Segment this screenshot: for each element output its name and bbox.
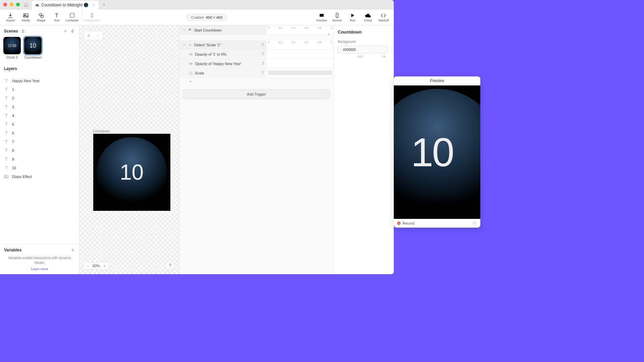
color-swatch[interactable]: [338, 46, 338, 53]
import-button[interactable]: Import: [3, 10, 18, 25]
layer-row[interactable]: 9: [0, 155, 79, 164]
layer-name: 3: [12, 105, 14, 109]
timeline-bar[interactable]: [268, 70, 332, 75]
record-button[interactable]: Record: [402, 221, 414, 225]
svg-point-8: [5, 176, 6, 177]
tab-active[interactable]: Countdown to Midnight 🌑: [32, 1, 99, 9]
timeline-track[interactable]: 00.20.40.60.81: [267, 25, 333, 35]
hex-input[interactable]: [340, 46, 388, 54]
canvas-area[interactable]: Countdown 10 − 60% + ?: [79, 25, 179, 274]
maximize-window-icon[interactable]: [16, 3, 20, 6]
fill-input[interactable]: [392, 46, 394, 54]
text-type-icon: T: [262, 42, 264, 47]
record-icon: [397, 222, 400, 225]
layer-name: 7: [12, 140, 14, 144]
device-button[interactable]: Device: [329, 10, 345, 25]
handoff-button[interactable]: Handoff: [376, 10, 391, 25]
close-icon[interactable]: [92, 3, 95, 7]
add-variable-icon[interactable]: [70, 248, 75, 252]
scene-thumb-clock2[interactable]: 12:00 Clock 2: [3, 37, 21, 60]
add-scene-icon[interactable]: [63, 29, 68, 34]
preview-button[interactable]: Preview: [314, 10, 329, 25]
window-controls: [3, 3, 20, 6]
back-button[interactable]: [84, 31, 93, 40]
scenes-count: 2: [20, 29, 26, 34]
layer-name: 1: [12, 87, 14, 92]
layer-row[interactable]: 4: [0, 111, 79, 120]
shape-button[interactable]: Shape: [34, 10, 49, 25]
layer-row[interactable]: Glass Effect: [0, 172, 79, 181]
layer-name: 2: [12, 96, 14, 100]
media-button[interactable]: Media: [18, 10, 34, 25]
canvas-preview[interactable]: 10: [93, 134, 170, 211]
action-opacity-1[interactable]: Opacity of '1' to 0% T: [179, 50, 267, 59]
layer-row[interactable]: 5: [0, 120, 79, 129]
preview-window-title: Preview: [394, 76, 480, 85]
new-tab-button[interactable]: [100, 1, 108, 9]
layer-row[interactable]: 2: [0, 94, 79, 103]
scenes-list: 12:00 Clock 2 10 Countdown: [0, 37, 79, 63]
text-type-icon: T: [262, 70, 264, 75]
zoom-out-button[interactable]: −: [85, 263, 91, 268]
layer-name: 6: [12, 131, 14, 135]
add-action-row[interactable]: [179, 78, 333, 85]
home-icon[interactable]: [24, 2, 29, 7]
gear-icon[interactable]: [472, 221, 477, 226]
preview-window[interactable]: Preview 10 Record: [394, 76, 480, 228]
layer-name: Glass Effect: [12, 175, 32, 179]
svg-point-1: [25, 14, 25, 15]
layer-name: 8: [12, 148, 14, 153]
background-label: Background: [338, 40, 390, 44]
text-icon: [4, 139, 9, 144]
zoom-in-button[interactable]: +: [102, 263, 107, 268]
layer-row[interactable]: 7: [0, 137, 79, 146]
layer-row[interactable]: 8: [0, 146, 79, 155]
text-icon: [4, 148, 9, 153]
close-window-icon[interactable]: [3, 3, 7, 6]
layer-row[interactable]: 6: [0, 129, 79, 137]
layer-name: Happy New Year: [12, 79, 40, 83]
help-button[interactable]: ?: [166, 261, 174, 269]
bolt-icon[interactable]: [70, 29, 75, 34]
svg-rect-6: [336, 13, 338, 18]
tab-title: Countdown to Midnight 🌑: [41, 3, 89, 7]
scenes-header: Scenes 2: [0, 25, 79, 37]
layer-row[interactable]: 3: [0, 103, 79, 111]
action-opacity-hny[interactable]: Opacity of 'Happy New Year' T: [179, 59, 267, 68]
chevron-down-icon: [182, 43, 186, 47]
layer-name: 4: [12, 114, 14, 118]
forward-button: [93, 31, 103, 40]
nav-arrows: [84, 31, 103, 40]
add-trigger-button[interactable]: Add Trigger: [183, 89, 330, 99]
text-icon: [4, 122, 9, 127]
text-type-icon: T: [262, 52, 264, 57]
timeline-track[interactable]: [267, 68, 333, 77]
learn-more-link[interactable]: Learn more: [4, 267, 75, 271]
trigger-start-countdown[interactable]: Start Countdown: [179, 25, 267, 35]
timeline-track[interactable]: 00.20.40.60.81: [267, 40, 333, 49]
text-icon: [4, 166, 9, 170]
container-button[interactable]: Container: [64, 10, 80, 25]
layer-row[interactable]: 1: [0, 85, 79, 94]
minimize-window-icon[interactable]: [10, 3, 13, 6]
action-scale[interactable]: Scale T: [179, 68, 267, 77]
trigger-detect-scale[interactable]: Detect 'Scale '1'' T: [179, 40, 267, 49]
run-button[interactable]: Run: [345, 10, 360, 25]
variables-panel: Variables Variables enable interactions …: [0, 244, 79, 274]
text-button[interactable]: Text: [49, 10, 64, 25]
titlebar: Countdown to Midnight 🌑: [0, 0, 394, 9]
timeline-panel: Start Countdown 00.20.40.60.81 Detect 'S…: [179, 25, 333, 274]
text-icon: [4, 96, 9, 101]
layer-row[interactable]: 10: [0, 164, 79, 172]
text-icon: [4, 157, 9, 162]
text-icon: [4, 78, 9, 83]
component-button: Component: [84, 10, 100, 25]
canvas-size-selector[interactable]: Custom 450 × 450: [186, 14, 227, 21]
cloud-button[interactable]: Cloud: [360, 10, 376, 25]
scene-thumb-countdown[interactable]: 10 Countdown: [24, 37, 42, 60]
timeline-track[interactable]: [267, 59, 333, 68]
timeline-track[interactable]: [267, 50, 333, 59]
layer-row[interactable]: Happy New Year: [0, 76, 79, 85]
add-action-icon[interactable]: [326, 32, 331, 37]
layer-name: 9: [12, 157, 14, 161]
